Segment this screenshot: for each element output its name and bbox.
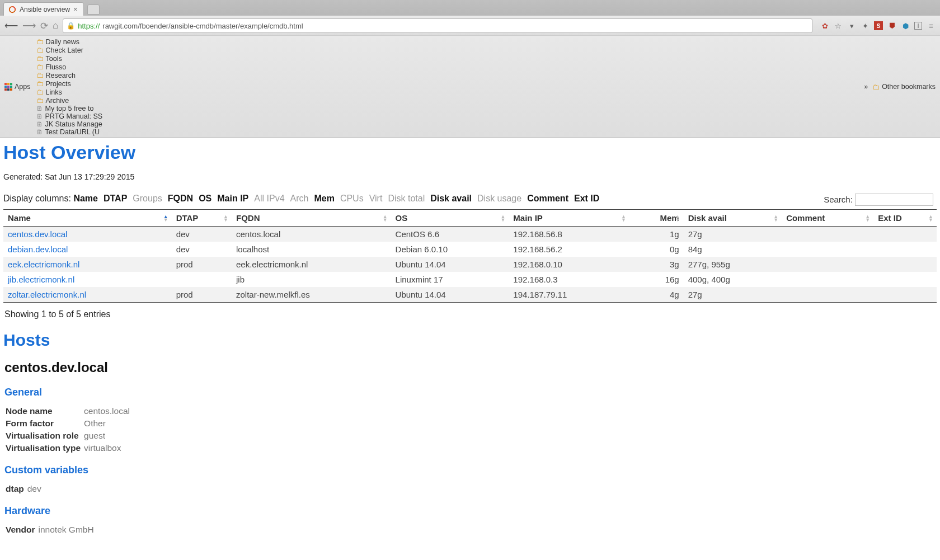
bookmark-item[interactable]: 🗀Check Later bbox=[36, 46, 103, 54]
column-toggle[interactable]: Disk avail bbox=[430, 194, 472, 203]
column-toggle[interactable]: Groups bbox=[133, 194, 162, 203]
hosts-heading: Hosts bbox=[3, 331, 937, 350]
generated-timestamp: Generated: Sat Jun 13 17:29:29 2015 bbox=[3, 172, 937, 181]
table-cell: 84g bbox=[684, 242, 782, 257]
other-bookmarks[interactable]: 🗀 Other bookmarks bbox=[872, 83, 936, 91]
bookmark-item[interactable]: 🗀Projects bbox=[36, 79, 103, 88]
page-icon: 🗎 bbox=[36, 128, 43, 136]
table-cell bbox=[172, 272, 232, 287]
host-link[interactable]: eek.electricmonk.nl bbox=[8, 260, 79, 269]
bookmark-item[interactable]: 🗎My top 5 free to bbox=[36, 105, 103, 112]
bookmark-item[interactable]: 🗀Flusso bbox=[36, 63, 103, 71]
column-toggle[interactable]: Arch bbox=[290, 194, 309, 203]
column-toggle[interactable]: Comment bbox=[527, 194, 568, 203]
column-header[interactable]: Disk avail▲▼ bbox=[684, 210, 782, 227]
column-toggle[interactable]: OS bbox=[199, 194, 212, 203]
home-button[interactable]: ⌂ bbox=[53, 20, 58, 31]
ext-icon[interactable]: ✦ bbox=[861, 21, 870, 30]
browser-chrome: Ansible overview × ⟵ ⟶ ⟳ ⌂ 🔒 https://raw… bbox=[0, 0, 940, 138]
column-toggle[interactable]: Disk total bbox=[388, 194, 425, 203]
bookmark-label: Check Later bbox=[46, 46, 83, 54]
column-header[interactable]: DTAP▲▼ bbox=[172, 210, 232, 227]
table-cell bbox=[782, 257, 873, 272]
bookmark-overflow[interactable]: » bbox=[864, 83, 868, 91]
apps-button[interactable]: Apps bbox=[4, 83, 31, 91]
kv-key: dtap bbox=[6, 483, 27, 495]
bookmark-item[interactable]: 🗀Links bbox=[36, 88, 103, 96]
table-cell: 277g, 955g bbox=[684, 257, 782, 272]
column-toggle[interactable]: Disk usage bbox=[477, 194, 521, 203]
tab-close-icon[interactable]: × bbox=[73, 5, 78, 13]
column-header[interactable]: Mem▲▼ bbox=[629, 210, 684, 227]
url-path: rawgit.com/fboender/ansible-cmdb/master/… bbox=[102, 22, 303, 30]
back-button[interactable]: ⟵ bbox=[4, 20, 18, 32]
search-input[interactable] bbox=[855, 194, 933, 206]
table-cell bbox=[782, 272, 873, 287]
column-toggle[interactable]: CPUs bbox=[340, 194, 364, 203]
bookmark-item[interactable]: 🗀Research bbox=[36, 71, 103, 79]
forward-button[interactable]: ⟶ bbox=[22, 20, 36, 32]
url-protocol: https:// bbox=[78, 22, 100, 30]
bookmark-item[interactable]: 🗀Tools bbox=[36, 54, 103, 63]
ublock-icon[interactable]: ⛊ bbox=[887, 21, 896, 30]
table-cell: debian.dev.local bbox=[3, 242, 172, 257]
sort-icon: ▲▼ bbox=[163, 215, 168, 222]
column-toggle[interactable]: Main IP bbox=[217, 194, 248, 203]
column-header[interactable]: Comment▲▼ bbox=[782, 210, 873, 227]
bookmark-item[interactable]: 🗎PRTG Manual: SS bbox=[36, 112, 103, 120]
sort-icon: ▲▼ bbox=[773, 215, 778, 222]
column-toggle[interactable]: DTAP bbox=[104, 194, 127, 203]
ext-icon[interactable]: ⬢ bbox=[901, 21, 910, 30]
hardware-kv-table: Vendorinnotek GmbH bbox=[6, 524, 97, 536]
column-toggle[interactable]: Ext ID bbox=[574, 194, 599, 203]
ext-icon[interactable]: I bbox=[914, 22, 922, 30]
host-link[interactable]: debian.dev.local bbox=[8, 244, 68, 254]
kv-key: Vendor bbox=[6, 524, 39, 536]
column-header[interactable]: Main IP▲▼ bbox=[509, 210, 629, 227]
kv-row: dtapdev bbox=[6, 483, 45, 495]
host-link[interactable]: zoltar.electricmonk.nl bbox=[8, 290, 86, 299]
column-header[interactable]: FQDN▲▼ bbox=[232, 210, 391, 227]
column-toggle[interactable]: Virt bbox=[369, 194, 383, 203]
sort-icon: ▲▼ bbox=[928, 215, 933, 222]
section-custom: Custom variables bbox=[4, 464, 937, 476]
bookmark-item[interactable]: 🗀Daily news bbox=[36, 37, 103, 46]
bookmark-item[interactable]: 🗀Archive bbox=[36, 96, 103, 105]
bookmark-item[interactable]: 🗎JK Status Manage bbox=[36, 120, 103, 128]
scriptsafe-icon[interactable]: S bbox=[874, 21, 883, 30]
address-bar[interactable]: 🔒 https://rawgit.com/fboender/ansible-cm… bbox=[63, 18, 812, 33]
apps-grid-icon bbox=[4, 83, 12, 91]
kv-key: Form factor bbox=[6, 417, 84, 430]
sort-icon: ▲▼ bbox=[383, 215, 388, 222]
kv-row: Virtualisation typevirtualbox bbox=[6, 442, 133, 454]
column-toggle[interactable]: FQDN bbox=[168, 194, 193, 203]
column-toggle[interactable]: Mem bbox=[314, 194, 334, 203]
browser-tab[interactable]: Ansible overview × bbox=[3, 2, 84, 16]
sort-icon: ▲▼ bbox=[621, 215, 626, 222]
reload-button[interactable]: ⟳ bbox=[40, 20, 48, 32]
ext-icon[interactable]: ✿ bbox=[820, 21, 829, 30]
column-header[interactable]: Ext ID▲▼ bbox=[873, 210, 937, 227]
table-cell: Debian 6.0.10 bbox=[391, 242, 509, 257]
column-header[interactable]: OS▲▼ bbox=[391, 210, 509, 227]
pocket-icon[interactable]: ▾ bbox=[847, 21, 856, 30]
new-tab-button[interactable] bbox=[87, 4, 100, 15]
table-cell: 192.168.0.10 bbox=[509, 257, 629, 272]
lock-icon: 🔒 bbox=[67, 22, 75, 30]
column-header[interactable]: Name▲▼ bbox=[3, 210, 172, 227]
bookmark-item[interactable]: 🗎Test Data/URL (U bbox=[36, 128, 103, 136]
kv-row: Form factorOther bbox=[6, 417, 133, 430]
bookmark-label: Links bbox=[46, 88, 62, 96]
column-toggle[interactable]: Name bbox=[73, 194, 98, 203]
table-row: centos.dev.localdevcentos.localCentOS 6.… bbox=[3, 227, 937, 242]
ext-icon[interactable]: ☆ bbox=[834, 21, 843, 30]
page-scroll[interactable]: Host Overview Generated: Sat Jun 13 17:2… bbox=[0, 138, 940, 560]
table-cell: 192.168.0.3 bbox=[509, 272, 629, 287]
host-link[interactable]: jib.electricmonk.nl bbox=[8, 275, 74, 284]
entries-info: Showing 1 to 5 of 5 entries bbox=[4, 309, 937, 319]
menu-icon[interactable]: ≡ bbox=[927, 21, 936, 30]
host-link[interactable]: centos.dev.local bbox=[8, 229, 67, 239]
column-toggle[interactable]: All IPv4 bbox=[254, 194, 284, 203]
host-detail-name: centos.dev.local bbox=[4, 360, 937, 375]
table-cell bbox=[782, 287, 873, 303]
